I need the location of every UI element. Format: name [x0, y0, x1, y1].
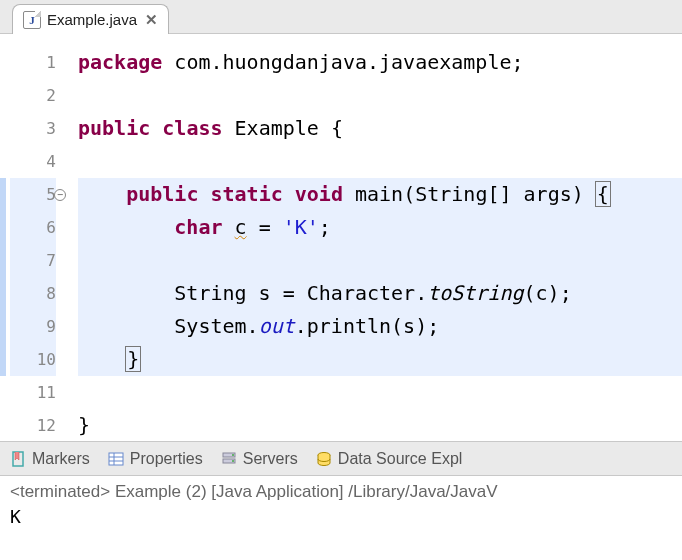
line-number: 5− [10, 178, 56, 211]
code-line: char c = 'K'; [78, 211, 682, 244]
code-line: public class Example { [78, 112, 682, 145]
line-number: 6 [10, 211, 56, 244]
code-line [78, 376, 682, 409]
line-number: 7 [10, 244, 56, 277]
line-number: 12 [10, 409, 56, 442]
tab-markers[interactable]: Markers [10, 450, 90, 468]
console-view: <terminated> Example (2) [Java Applicati… [0, 476, 682, 533]
bookmark-icon [10, 451, 26, 467]
tab-label: Properties [130, 450, 203, 468]
close-icon[interactable]: ✕ [145, 11, 158, 29]
editor-tab[interactable]: J Example.java ✕ [12, 4, 169, 34]
svg-rect-1 [109, 453, 123, 465]
line-number: 1 [10, 46, 56, 79]
table-icon [108, 451, 124, 467]
java-file-icon: J [23, 11, 41, 29]
line-number: 2 [10, 79, 56, 112]
code-line: package com.huongdanjava.javaexample; [78, 46, 682, 79]
line-number: 8 [10, 277, 56, 310]
line-number: 9 [10, 310, 56, 343]
tab-servers[interactable]: Servers [221, 450, 298, 468]
tab-properties[interactable]: Properties [108, 450, 203, 468]
console-output: K [10, 506, 672, 527]
servers-icon [221, 451, 237, 467]
code-line: } [78, 409, 682, 442]
line-number: 10 [10, 343, 56, 376]
tab-label: Servers [243, 450, 298, 468]
line-number: 4 [10, 145, 56, 178]
svg-point-7 [232, 454, 234, 456]
line-number: 3 [10, 112, 56, 145]
code-line [78, 244, 682, 277]
tab-label: Markers [32, 450, 90, 468]
code-line [78, 145, 682, 178]
code-editor[interactable]: 12345−6789101112 package com.huongdanjav… [0, 34, 682, 442]
code-area[interactable]: package com.huongdanjava.javaexample; pu… [60, 34, 682, 441]
code-line: System.out.println(s); [78, 310, 682, 343]
tab-data-source-explorer[interactable]: Data Source Expl [316, 450, 463, 468]
editor-tab-bar: J Example.java ✕ [0, 0, 682, 34]
code-line: public static void main(String[] args) { [78, 178, 682, 211]
line-number-gutter: 12345−6789101112 [10, 34, 60, 441]
bottom-view-tabs: Markers Properties Servers Data Source E… [0, 442, 682, 476]
console-status: <terminated> Example (2) [Java Applicati… [10, 482, 672, 502]
svg-point-8 [232, 460, 234, 462]
database-icon [316, 451, 332, 467]
line-number: 11 [10, 376, 56, 409]
tab-label: Data Source Expl [338, 450, 463, 468]
tab-filename: Example.java [47, 11, 137, 28]
code-line: } [78, 343, 682, 376]
code-line: String s = Character.toString(c); [78, 277, 682, 310]
code-line [78, 79, 682, 112]
